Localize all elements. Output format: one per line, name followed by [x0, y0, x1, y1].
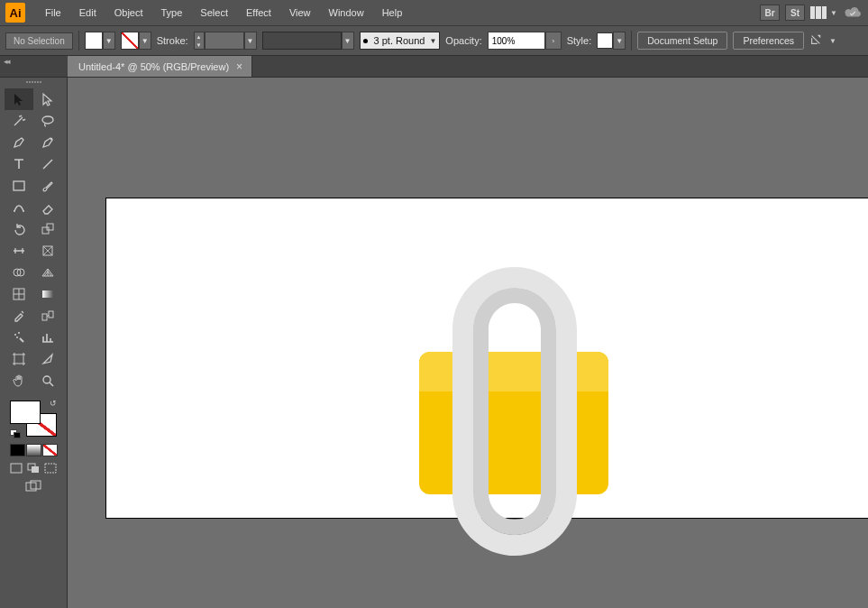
preferences-button[interactable]: Preferences	[733, 32, 804, 50]
eraser-tool[interactable]	[33, 197, 62, 218]
document-setup-button[interactable]: Document Setup	[637, 32, 727, 50]
svg-rect-21	[45, 464, 56, 473]
opacity-input[interactable]	[488, 32, 545, 50]
hand-tool[interactable]	[5, 370, 33, 392]
menu-window[interactable]: Window	[320, 0, 373, 25]
brush-definition[interactable]: 3 pt. Round ▼	[360, 32, 441, 50]
panel-collapse-handle[interactable]: ◂◂	[0, 56, 13, 67]
perspective-grid-tool[interactable]	[33, 262, 62, 283]
menu-effect[interactable]: Effect	[237, 0, 280, 25]
panel-grip[interactable]	[15, 81, 51, 87]
rotate-tool[interactable]	[5, 218, 33, 240]
width-tool[interactable]	[5, 240, 33, 262]
color-mode-solid[interactable]	[10, 444, 25, 456]
menu-bar: Ai File Edit Object Type Select Effect V…	[0, 0, 868, 25]
artwork-clip-shape[interactable]	[452, 267, 577, 556]
chevron-down-icon: ▼	[429, 37, 436, 45]
draw-behind-icon[interactable]	[26, 462, 41, 474]
draw-normal-icon[interactable]	[9, 462, 24, 474]
shaper-tool[interactable]	[5, 197, 33, 218]
svg-point-14	[18, 332, 20, 334]
column-graph-tool[interactable]	[33, 327, 62, 348]
stroke-swatch-group[interactable]: ▼	[121, 32, 151, 50]
fill-swatch-group[interactable]: ▼	[85, 32, 115, 50]
eyedropper-tool[interactable]	[5, 305, 33, 327]
menu-view[interactable]: View	[280, 0, 320, 25]
arrange-icon	[810, 6, 827, 19]
svg-rect-18	[11, 464, 22, 473]
fill-swatch[interactable]	[85, 32, 103, 50]
direct-selection-tool[interactable]	[33, 88, 62, 110]
document-tab[interactable]: Untitled-4* @ 50% (RGB/Preview) ×	[68, 56, 252, 77]
chevron-down-icon[interactable]: ▼	[244, 32, 257, 50]
stroke-swatch[interactable]	[121, 32, 139, 50]
gradient-tool[interactable]	[33, 283, 62, 305]
chevron-down-icon[interactable]: ▼	[613, 32, 626, 50]
draw-inside-icon[interactable]	[43, 462, 59, 474]
options-bar: No Selection ▼ ▼ Stroke: ▲▼ ▼ ▼ 3 pt. Ro…	[0, 25, 868, 56]
menu-file[interactable]: File	[36, 0, 70, 25]
pen-tool[interactable]	[5, 132, 33, 153]
shape-builder-tool[interactable]	[5, 262, 33, 283]
default-colors-icon[interactable]	[10, 429, 21, 438]
canvas-area[interactable]	[68, 78, 868, 608]
opacity-flyout[interactable]: ›	[545, 32, 562, 50]
slice-tool[interactable]	[33, 348, 62, 370]
arrange-documents[interactable]: ▼	[810, 6, 837, 19]
svg-rect-1	[14, 181, 24, 190]
fill-color[interactable]	[10, 401, 41, 424]
fill-stroke-control[interactable]: ↺	[8, 399, 59, 438]
svg-point-2	[14, 210, 15, 212]
line-tool[interactable]	[33, 153, 62, 175]
chevron-down-icon[interactable]: ▼	[342, 32, 354, 50]
sync-icon[interactable]	[843, 5, 863, 21]
stroke-weight[interactable]: ▲▼ ▼	[194, 32, 257, 50]
svg-point-3	[23, 210, 24, 212]
brush-name: 3 pt. Round	[374, 35, 425, 46]
menu-edit[interactable]: Edit	[70, 0, 105, 25]
artboard-tool[interactable]	[5, 348, 33, 370]
svg-rect-12	[49, 311, 53, 318]
paintbrush-tool[interactable]	[33, 175, 62, 197]
lasso-tool[interactable]	[33, 110, 62, 132]
chevron-down-icon[interactable]: ▼	[829, 37, 836, 45]
chevron-down-icon: ▼	[830, 9, 837, 17]
color-mode-none[interactable]	[42, 444, 58, 456]
mesh-tool[interactable]	[5, 283, 33, 305]
rectangle-tool[interactable]	[5, 175, 33, 197]
zoom-tool[interactable]	[33, 370, 62, 392]
menu-object[interactable]: Object	[105, 0, 152, 25]
magic-wand-tool[interactable]	[5, 110, 33, 132]
svg-rect-16	[14, 355, 23, 364]
symbol-sprayer-tool[interactable]	[5, 327, 33, 348]
chevron-down-icon[interactable]: ▼	[103, 32, 115, 50]
blend-tool[interactable]	[33, 305, 62, 327]
stepper[interactable]: ▲▼	[194, 32, 205, 50]
brush-dot-icon	[363, 39, 368, 43]
menu-select[interactable]: Select	[191, 0, 237, 25]
close-icon[interactable]: ×	[236, 60, 242, 73]
document-title: Untitled-4* @ 50% (RGB/Preview)	[78, 61, 229, 72]
opacity-field[interactable]: ›	[488, 32, 562, 50]
menu-help[interactable]: Help	[373, 0, 412, 25]
scale-tool[interactable]	[33, 218, 62, 240]
draw-mode-row	[9, 462, 59, 474]
menu-type[interactable]: Type	[152, 0, 192, 25]
swap-fill-stroke-icon[interactable]: ↺	[50, 399, 57, 408]
free-transform-tool[interactable]	[33, 240, 62, 262]
selection-tool[interactable]	[5, 88, 33, 110]
style-swatch[interactable]	[597, 32, 613, 49]
chevron-down-icon[interactable]: ▼	[139, 32, 151, 50]
type-tool[interactable]	[5, 153, 33, 175]
align-selection-icon[interactable]	[809, 33, 822, 48]
vsw-profile[interactable]: ▼	[262, 32, 354, 50]
curvature-tool[interactable]	[33, 132, 62, 153]
color-mode-gradient[interactable]	[26, 444, 41, 456]
screen-mode-icon[interactable]	[25, 480, 41, 494]
svg-point-13	[14, 334, 16, 336]
svg-point-17	[43, 376, 50, 383]
opacity-label: Opacity:	[445, 35, 481, 46]
stock-button[interactable]: St	[785, 5, 805, 21]
style-swatch-group[interactable]: ▼	[597, 32, 626, 50]
bridge-button[interactable]: Br	[760, 5, 780, 21]
